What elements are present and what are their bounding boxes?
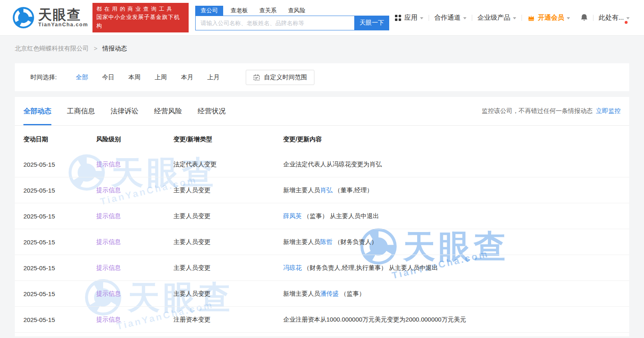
tab-legal-litigation[interactable]: 法律诉讼 (111, 97, 138, 125)
tab-all-updates[interactable]: 全部动态 (23, 97, 51, 125)
table-header-row: 变动日期 风险级别 变更/新增类型 变更/更新内容 (15, 126, 629, 152)
slogan-line1: 都在用的商业查询工具 (97, 5, 185, 13)
tab-operational-risk[interactable]: 经营风险 (154, 97, 182, 125)
breadcrumb-company-link[interactable]: 北京红色蝴蝶科技有限公司 (15, 45, 89, 52)
feed-tabbar: 全部动态 工商信息 法律诉讼 经营风险 经营状况 监控该公司，不再错过任何一条情… (15, 97, 629, 126)
change-type: 主要人员变更 (173, 290, 283, 298)
col-header-date: 变动日期 (15, 136, 96, 143)
change-date: 2025-05-15 (15, 316, 96, 323)
tianyancha-swirl-icon (12, 7, 35, 29)
monitor-now-link[interactable]: 立即监控 (596, 107, 621, 115)
change-content-text: （财务负责人） (332, 238, 377, 245)
change-type: 主要人员变更 (173, 186, 283, 194)
header-search: 查公司 查老板 查关系 查风险 天眼一下 (195, 5, 389, 30)
nav-more[interactable]: 此处有... (593, 14, 635, 22)
time-option-last-week[interactable]: 上周 (155, 74, 167, 81)
nav-partner-channel[interactable]: 合作通道 (429, 14, 472, 22)
person-link[interactable]: 肖弘 (320, 186, 332, 193)
change-content-text: （财务负责人,经理,执行董事） 从主要人员中退出 (302, 264, 438, 271)
nav-vip-label: 开通会员 (538, 14, 564, 22)
change-content-text: （监事） 从主要人员中退出 (302, 212, 379, 219)
change-content-text: （监事） (339, 290, 365, 297)
custom-date-range-button[interactable]: 自定义时间范围 (246, 70, 314, 85)
breadcrumb-separator: > (94, 45, 97, 52)
changes-table: 变动日期 风险级别 变更/新增类型 变更/更新内容 2025-05-15 提示信… (15, 126, 629, 333)
change-date: 2025-05-15 (15, 290, 96, 297)
change-date: 2025-05-15 (15, 213, 96, 220)
change-date: 2025-05-15 (15, 239, 96, 246)
risk-level-tag[interactable]: 提示信息 (96, 238, 121, 245)
table-row: 2025-05-15 提示信息 主要人员变更 冯琼花 （财务负责人,经理,执行董… (15, 255, 629, 281)
time-option-this-month[interactable]: 本月 (181, 74, 193, 81)
table-row: 2025-05-15 提示信息 主要人员变更 薛凤英 （监事） 从主要人员中退出 (15, 203, 629, 229)
intel-feed-card: 天眼查 TianYanCha.com 天眼查 TianYanCha.com 天眼… (15, 97, 629, 336)
change-content: 薛凤英 （监事） 从主要人员中退出 (283, 212, 629, 220)
nav-vip-upgrade[interactable]: 开通会员 (522, 14, 575, 22)
calendar-icon (253, 74, 260, 81)
time-option-all[interactable]: 全部 (76, 74, 88, 81)
tianyancha-logo[interactable]: 天眼查 TianYanCha.com (12, 7, 88, 29)
tab-business-info[interactable]: 工商信息 (67, 97, 95, 125)
search-tab-boss[interactable]: 查老板 (231, 6, 248, 16)
change-content-text: 新增主要人员 (283, 238, 320, 245)
chevron-down-icon (513, 17, 516, 19)
change-content: 新增主要人员潘传盛 （监事） (283, 290, 629, 298)
change-content-text: 新增主要人员 (283, 290, 320, 297)
person-link[interactable]: 陈哲 (320, 238, 332, 245)
change-content-text: 新增主要人员 (283, 186, 320, 193)
time-option-today[interactable]: 今日 (102, 74, 114, 81)
change-content-text: （董事,经理） (332, 186, 373, 193)
person-link[interactable]: 潘传盛 (320, 290, 339, 297)
chevron-down-icon (567, 17, 570, 19)
nav-enterprise-products[interactable]: 企业级产品 (472, 14, 522, 22)
monitor-prompt: 监控该公司，不再错过任何一条情报动态 立即监控 (482, 97, 621, 125)
change-content-text: 企业注册资本从1000.000000万元美元变更为2000.000000万元美元 (283, 316, 466, 323)
nav-enterprise-label: 企业级产品 (478, 14, 510, 22)
search-tab-risk[interactable]: 查风险 (288, 6, 305, 16)
notification-dot (625, 21, 628, 24)
col-header-risk-level: 风险级别 (96, 136, 173, 143)
search-tab-relation[interactable]: 查关系 (259, 6, 277, 16)
risk-level-tag[interactable]: 提示信息 (96, 290, 121, 297)
risk-level-tag[interactable]: 提示信息 (96, 316, 121, 323)
brand-name: 天眼查 (38, 8, 88, 22)
change-date: 2025-05-15 (15, 187, 96, 194)
bell-icon (580, 14, 588, 22)
notifications-bell[interactable] (575, 14, 593, 22)
tab-operating-status[interactable]: 经营状况 (198, 97, 226, 125)
top-header: 天眼查 TianYanCha.com 都在用的商业查询工具 国家中小企业发展子基… (0, 0, 644, 36)
header-nav: 应用 合作通道 企业级产品 开通会员 (389, 14, 635, 22)
monitor-text: 监控该公司，不再错过任何一条情报动态 (482, 107, 593, 115)
search-type-tabs: 查公司 查老板 查关系 查风险 (195, 5, 389, 16)
change-content: 冯琼花 （财务负责人,经理,执行董事） 从主要人员中退出 (283, 264, 629, 272)
search-input[interactable] (195, 16, 355, 30)
risk-level-tag[interactable]: 提示信息 (96, 212, 121, 219)
change-type: 主要人员变更 (173, 264, 283, 272)
time-option-this-week[interactable]: 本周 (128, 74, 141, 81)
chevron-down-icon (463, 17, 466, 19)
risk-level-tag[interactable]: 提示信息 (96, 186, 121, 193)
risk-level-tag[interactable]: 提示信息 (96, 264, 121, 271)
col-header-change-content: 变更/更新内容 (283, 136, 629, 143)
nav-apps[interactable]: 应用 (389, 14, 429, 22)
change-content-text: 企业法定代表人从冯琼花变更为肖弘 (283, 161, 382, 168)
change-type: 注册资本变更 (173, 316, 283, 324)
col-header-change-type: 变更/新增类型 (173, 136, 283, 143)
change-type: 主要人员变更 (173, 238, 283, 246)
apps-grid-icon (395, 14, 402, 21)
time-option-last-month[interactable]: 上月 (207, 74, 219, 81)
search-tab-company[interactable]: 查公司 (195, 6, 223, 16)
risk-level-tag[interactable]: 提示信息 (96, 161, 121, 168)
change-content: 新增主要人员肖弘 （董事,经理） (283, 186, 629, 194)
person-link[interactable]: 薛凤英 (283, 212, 302, 219)
time-filter-label: 时间选择: (30, 74, 57, 81)
search-button[interactable]: 天眼一下 (355, 16, 389, 30)
page-title: 情报动态 (102, 45, 127, 52)
person-link[interactable]: 冯琼花 (283, 264, 302, 271)
slogan-line2: 国家中小企业发展子基金旗下机构 (97, 13, 185, 30)
brand-domain: TianYanCha.com (38, 22, 88, 28)
change-type: 法定代表人变更 (173, 161, 283, 168)
nav-apps-label: 应用 (404, 14, 418, 22)
table-row: 2025-05-15 提示信息 主要人员变更 新增主要人员陈哲 （财务负责人） (15, 229, 629, 255)
change-content: 企业注册资本从1000.000000万元美元变更为2000.000000万元美元 (283, 316, 629, 324)
